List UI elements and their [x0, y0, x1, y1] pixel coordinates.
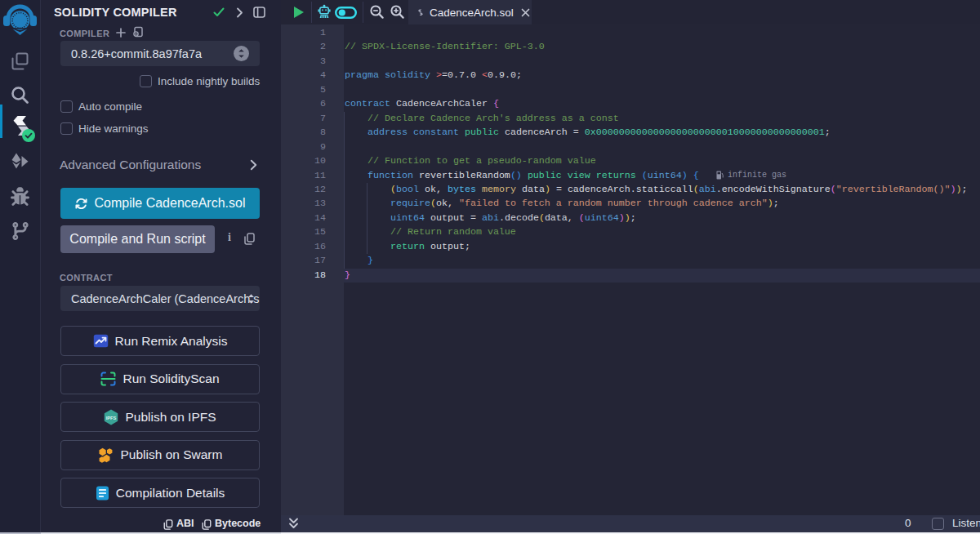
svg-text:IPFS: IPFS — [106, 415, 117, 420]
